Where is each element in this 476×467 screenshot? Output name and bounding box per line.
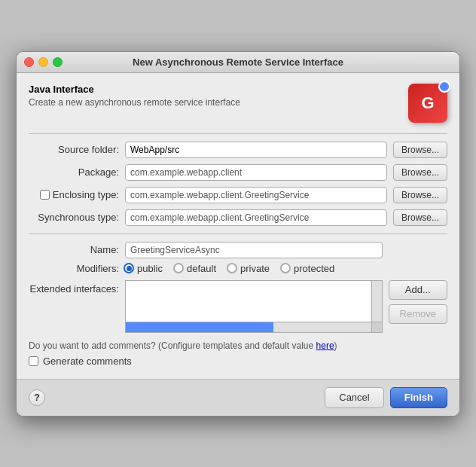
synchronous-type-label: Synchronous type: <box>29 212 119 223</box>
traffic-lights <box>24 57 63 67</box>
generate-comments-checkbox[interactable] <box>29 356 38 366</box>
synchronous-type-row: Synchronous type: Browse... <box>29 209 447 226</box>
divider-2 <box>29 233 447 234</box>
comments-link-line: Do you want to add comments? (Configure … <box>29 340 447 351</box>
extended-buttons: Add... Remove <box>389 280 447 324</box>
extended-horizontal-scrollbar[interactable] <box>126 322 371 332</box>
modifier-default-label: default <box>187 263 216 274</box>
modifier-default-radio[interactable] <box>173 263 184 273</box>
footer-right: Cancel Finish <box>325 387 447 408</box>
modifier-public-item[interactable]: public <box>124 263 163 274</box>
header-text: Java Interface Create a new asynchronous… <box>29 84 240 108</box>
extended-interfaces-section: Extended interfaces: Add... Remove <box>29 280 447 333</box>
dialog-window: New Asynchronous Remote Service Interfac… <box>16 51 460 417</box>
finish-button[interactable]: Finish <box>390 387 447 408</box>
close-button[interactable] <box>24 57 34 67</box>
window-title: New Asynchronous Remote Service Interfac… <box>133 56 343 68</box>
modifier-protected-item[interactable]: protected <box>280 263 334 274</box>
enclosing-type-label-area: Enclosing type: <box>29 189 119 200</box>
enclosing-type-checkbox[interactable] <box>40 190 50 200</box>
app-logo: G <box>408 84 447 123</box>
enclosing-type-row: Enclosing type: Browse... <box>29 187 447 203</box>
generate-comments-label: Generate comments <box>43 356 132 367</box>
enclosing-type-input[interactable] <box>125 187 387 203</box>
comments-section: Do you want to add comments? (Configure … <box>29 340 447 367</box>
comments-link[interactable]: here <box>316 340 334 351</box>
name-input[interactable] <box>125 242 383 258</box>
titlebar: New Asynchronous Remote Service Interfac… <box>17 52 459 73</box>
dialog-footer: ? Cancel Finish <box>17 379 459 416</box>
modifier-public-label: public <box>137 263 163 274</box>
source-folder-label: Source folder: <box>29 144 119 155</box>
package-row: Package: Browse... <box>29 164 447 181</box>
modifiers-label: Modifiers: <box>29 263 119 274</box>
generate-comments-row: Generate comments <box>29 356 447 367</box>
scrollbar-corner <box>371 322 382 332</box>
extended-vertical-scrollbar[interactable] <box>371 281 382 322</box>
divider-1 <box>29 133 447 134</box>
modifiers-row: Modifiers: public default private protec… <box>29 263 447 274</box>
header-section: Java Interface Create a new asynchronous… <box>29 84 447 123</box>
source-folder-row: Source folder: Browse... <box>29 142 447 158</box>
extended-interfaces-list[interactable] <box>125 280 383 333</box>
help-button[interactable]: ? <box>29 389 45 406</box>
package-label: Package: <box>29 166 119 178</box>
enclosing-type-browse-button[interactable]: Browse... <box>393 187 447 203</box>
remove-button[interactable]: Remove <box>389 304 447 324</box>
source-folder-input[interactable] <box>125 142 387 158</box>
section-title: Java Interface <box>29 84 240 95</box>
modifier-protected-label: protected <box>294 263 334 274</box>
comments-question: Do you want to add comments? (Configure … <box>29 340 313 351</box>
modifier-private-item[interactable]: private <box>227 263 270 274</box>
form-grid: Source folder: Browse... Package: Browse… <box>29 142 447 226</box>
section-description: Create a new asynchronous remote service… <box>29 97 240 108</box>
modifier-private-label: private <box>240 263 270 274</box>
dialog-content: Java Interface Create a new asynchronous… <box>17 73 459 379</box>
maximize-button[interactable] <box>53 57 63 67</box>
name-row: Name: <box>29 242 447 258</box>
cancel-button[interactable]: Cancel <box>325 387 383 408</box>
add-button[interactable]: Add... <box>389 280 447 300</box>
synchronous-type-browse-button[interactable]: Browse... <box>393 209 447 226</box>
package-input[interactable] <box>125 164 387 181</box>
footer-left: ? <box>29 389 45 406</box>
package-browse-button[interactable]: Browse... <box>393 164 447 181</box>
name-label: Name: <box>29 244 119 255</box>
modifier-public-radio[interactable] <box>124 263 134 273</box>
minimize-button[interactable] <box>38 57 48 67</box>
source-folder-browse-button[interactable]: Browse... <box>393 142 447 158</box>
extended-interfaces-label: Extended interfaces: <box>29 280 119 295</box>
enclosing-type-label: Enclosing type: <box>53 189 119 200</box>
modifier-protected-radio[interactable] <box>280 263 291 273</box>
modifier-private-radio[interactable] <box>227 263 237 273</box>
synchronous-type-input[interactable] <box>125 209 387 226</box>
logo-badge <box>438 81 450 93</box>
radio-group-modifiers: public default private protected <box>124 263 334 274</box>
logo-letter: G <box>421 93 434 113</box>
modifier-default-item[interactable]: default <box>173 263 216 274</box>
